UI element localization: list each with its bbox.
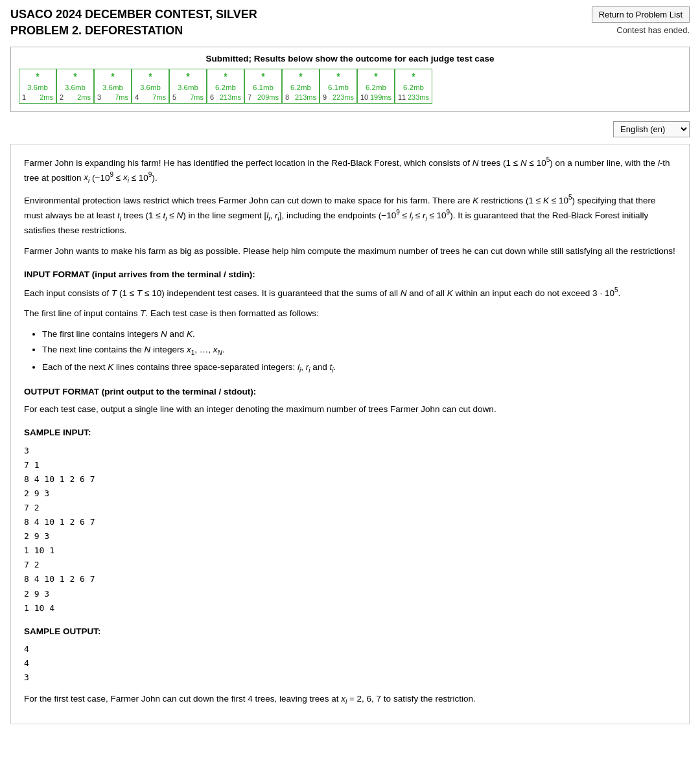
test-case-star: * [135, 71, 166, 82]
problem-content: Farmer John is expanding his farm! He ha… [10, 144, 690, 724]
sample-output-block: 4 4 3 [24, 642, 676, 685]
test-case-star: * [60, 71, 91, 82]
test-case-num: 1 [22, 93, 26, 102]
test-case-time: 213ms [220, 93, 241, 102]
test-case-star: * [97, 71, 128, 82]
submission-box: Submitted; Results below show the outcom… [10, 47, 690, 111]
intro-paragraph-2: Environmental protection laws restrict w… [24, 192, 676, 238]
test-case-num: 11 [398, 93, 406, 102]
test-case-num: 2 [60, 93, 64, 102]
test-case-time: 2ms [77, 93, 91, 102]
test-case-size: 3.6mb [135, 83, 166, 93]
test-case-size: 3.6mb [172, 83, 204, 93]
test-case-item: * 3.6mb 2 2ms [56, 69, 94, 103]
test-case-star: * [22, 71, 53, 82]
test-case-size: 6.2mb [285, 83, 316, 93]
output-paragraph-1: For each test case, output a single line… [24, 402, 676, 417]
test-case-num: 3 [97, 93, 101, 102]
intro-paragraph-3: Farmer John wants to make his farm as bi… [24, 244, 676, 258]
explanation-paragraph: For the first test case, Farmer John can… [24, 692, 676, 707]
return-to-problem-list-button[interactable]: Return to Problem List [592, 6, 690, 23]
input-bullet-2: The next line contains the N integers x1… [42, 343, 676, 358]
test-case-star: * [323, 71, 354, 82]
contest-status: Contest has ended. [592, 25, 690, 35]
input-bullet-1: The first line contains integers N and K… [42, 327, 676, 341]
language-selector-row: English (en) [10, 121, 690, 137]
test-case-time: 7ms [152, 93, 166, 102]
test-case-item: * 6.2mb 8 213ms [282, 69, 320, 103]
test-case-time: 7ms [190, 93, 204, 102]
test-case-size: 3.6mb [60, 83, 91, 93]
test-case-time: 199ms [370, 93, 391, 102]
test-case-num: 7 [248, 93, 251, 102]
test-case-time: 7ms [115, 93, 128, 102]
contest-title: USACO 2024 December Contest, Silver Prob… [10, 6, 257, 39]
input-bullets-list: The first line contains integers N and K… [42, 327, 676, 376]
test-case-item: * 6.1mb 7 209ms [244, 69, 282, 103]
test-case-time: 223ms [332, 93, 354, 102]
test-case-star: * [398, 71, 429, 82]
test-case-star: * [210, 71, 241, 82]
submission-title: Submitted; Results below show the outcom… [19, 54, 681, 63]
input-paragraph-2: The first line of input contains T. Each… [24, 306, 676, 321]
test-case-num: 4 [135, 93, 139, 102]
test-case-size: 3.6mb [22, 83, 53, 93]
test-case-num: 10 [360, 93, 368, 102]
sample-input-block: 3 7 1 8 4 10 1 2 6 7 2 9 3 7 2 8 4 10 1 … [24, 444, 676, 615]
test-case-num: 5 [172, 93, 176, 102]
test-case-star: * [285, 71, 316, 82]
test-case-num: 9 [323, 93, 327, 102]
page-header: USACO 2024 December Contest, Silver Prob… [10, 6, 690, 39]
test-case-size: 6.2mb [360, 83, 391, 93]
sample-output-header: SAMPLE OUTPUT: [24, 625, 676, 639]
test-case-time: 233ms [408, 93, 429, 102]
output-format-header: OUTPUT FORMAT (print output to the termi… [24, 385, 676, 399]
test-case-time: 213ms [295, 93, 316, 102]
test-case-time: 2ms [40, 93, 53, 102]
test-case-time: 209ms [257, 93, 279, 102]
test-case-star: * [360, 71, 391, 82]
test-case-item: * 3.6mb 1 2ms [19, 69, 56, 103]
test-case-size: 6.1mb [248, 83, 279, 93]
input-format-header: INPUT FORMAT (input arrives from the ter… [24, 268, 676, 282]
test-case-item: * 6.2mb 6 213ms [207, 69, 244, 103]
test-case-item: * 3.6mb 3 7ms [94, 69, 132, 103]
test-case-item: * 3.6mb 5 7ms [169, 69, 207, 103]
test-case-size: 3.6mb [97, 83, 128, 93]
test-case-num: 8 [285, 93, 289, 102]
test-case-num: 6 [210, 93, 214, 102]
language-select[interactable]: English (en) [613, 121, 690, 137]
test-case-size: 6.1mb [323, 83, 354, 93]
header-right: Return to Problem List Contest has ended… [592, 6, 690, 35]
input-paragraph-1: Each input consists of T (1 ≤ T ≤ 10) in… [24, 285, 676, 300]
test-case-star: * [248, 71, 279, 82]
test-case-item: * 3.6mb 4 7ms [132, 69, 169, 103]
test-case-item: * 6.1mb 9 223ms [320, 69, 357, 103]
sample-input-header: SAMPLE INPUT: [24, 426, 676, 440]
test-case-item: * 6.2mb 11 233ms [395, 69, 432, 103]
test-case-size: 6.2mb [398, 83, 429, 93]
test-case-size: 6.2mb [210, 83, 241, 93]
test-case-item: * 6.2mb 10 199ms [357, 69, 395, 103]
test-cases-container: * 3.6mb 1 2ms * 3.6mb 2 2ms * 3.6mb 3 7m… [19, 69, 681, 103]
test-case-star: * [172, 71, 204, 82]
intro-paragraph-1: Farmer John is expanding his farm! He ha… [24, 155, 676, 186]
input-bullet-3: Each of the next K lines contains three … [42, 360, 676, 376]
